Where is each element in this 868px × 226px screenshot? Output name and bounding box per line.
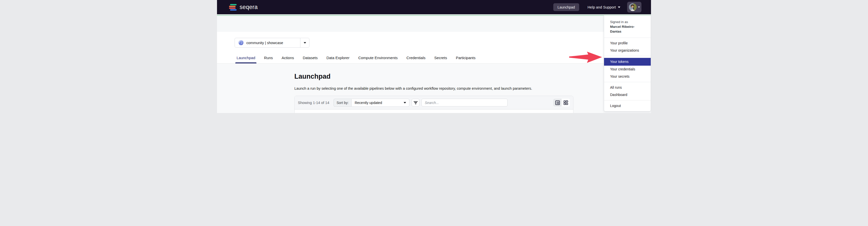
view-mode-toggle [553,99,570,107]
menu-item-your-organizations[interactable]: Your organizations [604,47,651,54]
results-count: Showing 1-14 of 14 [298,101,329,105]
top-navbar: seqera Launchpad Help and Support [217,0,651,14]
brand-name: seqera [240,4,258,10]
list-view-button[interactable] [553,99,562,107]
tab-actions[interactable]: Actions [281,53,294,63]
menu-item-all-runs[interactable]: All runs [604,84,651,91]
menu-item-your-profile[interactable]: Your profile [604,40,651,47]
filter-button[interactable] [412,99,420,107]
menu-item-your-secrets[interactable]: Your secrets [604,73,651,80]
chevron-down-icon [304,42,306,44]
subheader-band [217,16,651,32]
page-description: Launch a run by selecting one of the ava… [294,86,532,90]
tab-launchpad[interactable]: Launchpad [236,53,255,63]
help-and-support-menu[interactable]: Help and Support [587,5,620,9]
tab-compute-environments[interactable]: Compute Environments [358,53,398,63]
tab-credentials[interactable]: Credentials [406,53,426,63]
user-avatar-button[interactable] [627,2,642,12]
seqera-app-screen: seqera Launchpad Help and Support [217,0,651,113]
chevron-down-icon [404,102,406,104]
tab-participants[interactable]: Participants [456,53,476,63]
main-content: Launchpad Launch a run by selecting one … [217,64,651,113]
user-menu-header: Signed in as Marcel Ribeiro-Dantas [604,15,651,38]
tab-datasets[interactable]: Datasets [302,53,318,63]
sort-by-label: Sort by: [334,99,351,107]
globe-icon [238,40,244,45]
help-and-support-label: Help and Support [587,5,616,9]
menu-item-logout[interactable]: Logout [604,102,651,110]
filter-icon [414,101,418,104]
search-input[interactable] [422,99,507,107]
pipelines-toolbar: Showing 1-14 of 14 Sort by: Recently upd… [294,96,573,110]
menu-item-dashboard[interactable]: Dashboard [604,91,651,99]
workspace-selector-value: community | showcase [235,38,300,47]
workspace-selector-caret[interactable] [300,38,309,47]
signed-in-as-label: Signed in as [610,20,645,24]
navbar-launchpad-button[interactable]: Launchpad [553,3,579,11]
seqera-logo[interactable]: seqera [229,4,258,10]
sort-control: Sort by: Recently updated [334,99,409,107]
user-name: Marcel Ribeiro-Dantas [610,24,645,34]
sort-select-value: Recently updated [354,101,382,105]
user-menu-group-logout: Logout [604,101,651,111]
menu-item-your-tokens[interactable]: Your tokens [604,58,651,66]
menu-item-your-credentials[interactable]: Your credentials [604,66,651,73]
grid-view-button[interactable] [562,99,570,107]
avatar [629,3,637,11]
sort-select[interactable]: Recently updated [351,99,409,107]
seqera-logo-icon [229,4,237,10]
tab-secrets[interactable]: Secrets [434,53,447,63]
user-menu-group-profile: Your profile Your organizations [604,38,651,56]
tab-runs[interactable]: Runs [264,53,273,63]
tab-data-explorer[interactable]: Data Explorer [326,53,350,63]
chevron-down-icon [638,6,640,8]
user-menu-group-secrets: Your tokens Your credentials Your secret… [604,56,651,82]
red-annotation-arrow [569,51,603,63]
user-menu-group-runs: All runs Dashboard [604,82,651,100]
navbar-right-cluster: Launchpad Help and Support [553,2,642,12]
workspace-tabs: Launchpad Runs Actions Datasets Data Exp… [236,53,476,63]
pipelines-panel: Showing 1-14 of 14 Sort by: Recently upd… [294,96,574,113]
grid-view-icon [563,100,568,105]
workspace-name: community | showcase [246,41,283,45]
user-dropdown-menu: Signed in as Marcel Ribeiro-Dantas Your … [604,15,651,112]
chevron-down-icon [618,6,620,8]
list-view-icon [555,100,560,105]
workspace-selector[interactable]: community | showcase [235,38,309,48]
page-title: Launchpad [294,73,331,80]
